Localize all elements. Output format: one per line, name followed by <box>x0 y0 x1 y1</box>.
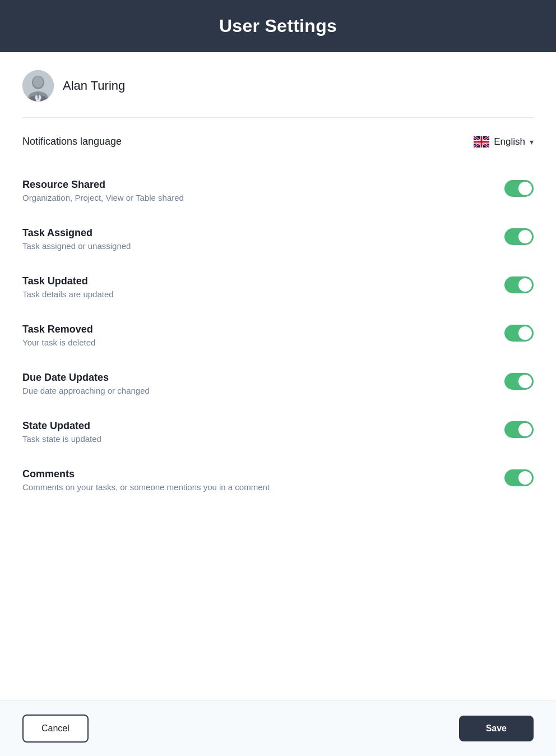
notification-desc: Task details are updated <box>22 289 493 299</box>
resource-shared-toggle[interactable] <box>504 180 534 197</box>
notification-text: Due Date Updates Due date approaching or… <box>22 372 493 395</box>
task-assigned-toggle[interactable] <box>504 228 534 245</box>
modal-body: Alan Turing Notifications language <box>0 52 556 700</box>
notification-title: Comments <box>22 468 493 480</box>
task-removed-toggle[interactable] <box>504 325 534 342</box>
notification-title: Task Assigned <box>22 227 493 239</box>
notification-item-task-removed: Task Removed Your task is deleted <box>22 312 534 358</box>
notification-desc: Task state is updated <box>22 434 493 444</box>
avatar <box>22 70 54 102</box>
svg-point-3 <box>33 76 43 87</box>
cancel-button[interactable]: Cancel <box>22 714 89 743</box>
notification-text: Comments Comments on your tasks, or some… <box>22 468 493 492</box>
save-button[interactable]: Save <box>459 716 534 741</box>
chevron-down-icon: ▾ <box>530 137 534 146</box>
notification-desc: Due date approaching or changed <box>22 386 493 395</box>
language-selector[interactable]: English ▾ <box>474 136 534 147</box>
modal-header: User Settings <box>0 0 556 52</box>
notification-title: State Updated <box>22 420 493 432</box>
notification-item-task-updated: Task Updated Task details are updated <box>22 264 534 310</box>
language-row: Notifications language <box>22 136 534 147</box>
notification-item-state-updated: State Updated Task state is updated <box>22 409 534 455</box>
notification-desc: Task assigned or unassigned <box>22 241 493 251</box>
notification-text: Task Updated Task details are updated <box>22 275 493 299</box>
language-value: English <box>494 136 525 147</box>
notification-text: Task Removed Your task is deleted <box>22 324 493 347</box>
notification-item-comments: Comments Comments on your tasks, or some… <box>22 457 534 503</box>
user-name: Alan Turing <box>63 79 125 93</box>
notification-title: Task Removed <box>22 324 493 335</box>
user-profile: Alan Turing <box>22 70 534 102</box>
page-title: User Settings <box>11 16 545 36</box>
notification-item-task-assigned: Task Assigned Task assigned or unassigne… <box>22 216 534 262</box>
notification-desc: Organization, Project, View or Table sha… <box>22 193 493 202</box>
notification-item-resource-shared: Resource Shared Organization, Project, V… <box>22 168 534 214</box>
modal-container: User Settings <box>0 0 556 756</box>
notification-text: Task Assigned Task assigned or unassigne… <box>22 227 493 251</box>
due-date-toggle[interactable] <box>504 373 534 390</box>
notification-item-due-date-updates: Due Date Updates Due date approaching or… <box>22 361 534 407</box>
notifications-list: Resource Shared Organization, Project, V… <box>22 168 534 503</box>
profile-divider <box>22 117 534 118</box>
task-updated-toggle[interactable] <box>504 276 534 293</box>
state-updated-toggle[interactable] <box>504 421 534 438</box>
notification-title: Resource Shared <box>22 179 493 191</box>
notification-text: Resource Shared Organization, Project, V… <box>22 179 493 202</box>
uk-flag-icon <box>474 136 489 147</box>
notification-desc: Comments on your tasks, or someone menti… <box>22 482 493 492</box>
svg-rect-12 <box>474 141 489 142</box>
notification-desc: Your task is deleted <box>22 338 493 347</box>
comments-toggle[interactable] <box>504 469 534 486</box>
modal-footer: Cancel Save <box>0 700 556 756</box>
language-label: Notifications language <box>22 136 122 147</box>
notification-text: State Updated Task state is updated <box>22 420 493 444</box>
notification-title: Due Date Updates <box>22 372 493 384</box>
notification-title: Task Updated <box>22 275 493 287</box>
